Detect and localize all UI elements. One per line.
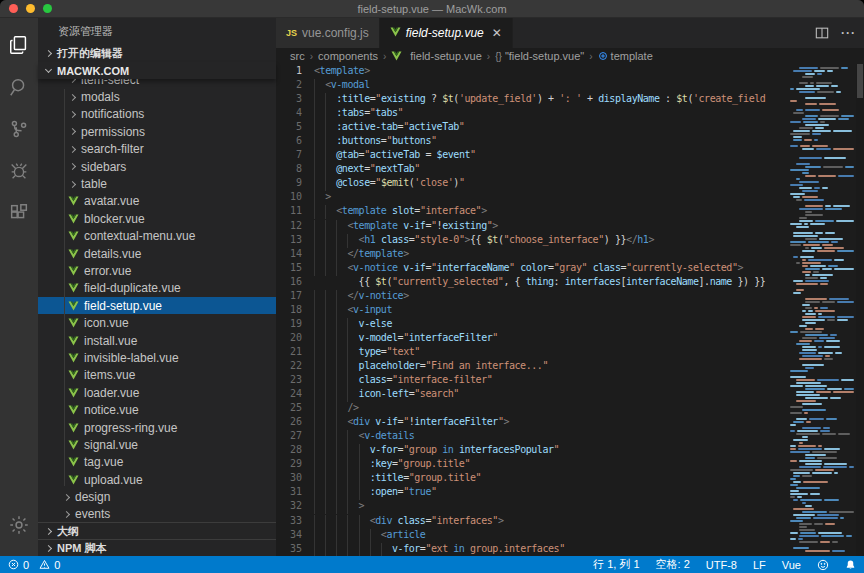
breadcrumb-components[interactable]: components bbox=[318, 50, 378, 62]
tree-file-contextual-menu.vue[interactable]: contextual-menu.vue bbox=[38, 228, 276, 245]
breadcrumb-src[interactable]: src bbox=[290, 50, 305, 62]
tree-folder-table[interactable]: table bbox=[38, 175, 276, 192]
close-icon[interactable]: ✕ bbox=[492, 27, 502, 39]
line-content: placeholder="Find an interface..." bbox=[306, 360, 548, 374]
open-editors-section[interactable]: 打开的编辑器 bbox=[38, 44, 276, 62]
tree-file-install.vue[interactable]: install.vue bbox=[38, 332, 276, 349]
code-line-6[interactable]: 6:buttons="buttons" bbox=[276, 135, 786, 149]
code-line-5[interactable]: 5:active-tab="activeTab" bbox=[276, 121, 786, 135]
code-line-19[interactable]: 19v-else bbox=[276, 318, 786, 332]
scrollbar-thumb[interactable] bbox=[857, 64, 863, 98]
split-editor-icon[interactable] bbox=[815, 26, 829, 40]
code-line-14[interactable]: 14</template> bbox=[276, 248, 786, 262]
code-line-7[interactable]: 7@tab="activeTab = $event" bbox=[276, 149, 786, 163]
outline-section[interactable]: 大纲 bbox=[38, 522, 276, 539]
code-line-31[interactable]: 31:open="true" bbox=[276, 486, 786, 500]
code-line-12[interactable]: 12<template v-if="!existing"> bbox=[276, 220, 786, 234]
code-line-30[interactable]: 30:title="group.title" bbox=[276, 472, 786, 486]
tree-file-signal.vue[interactable]: signal.vue bbox=[38, 436, 276, 453]
code-line-9[interactable]: 9@close="$emit('close')" bbox=[276, 177, 786, 191]
tree-file-notice.vue[interactable]: notice.vue bbox=[38, 401, 276, 418]
code-line-25[interactable]: 25/> bbox=[276, 402, 786, 416]
cursor-position[interactable]: 行 1, 列 1 bbox=[593, 557, 639, 572]
tree-file-field-duplicate.vue[interactable]: field-duplicate.vue bbox=[38, 280, 276, 297]
tree-file-invisible-label.vue[interactable]: invisible-label.vue bbox=[38, 349, 276, 366]
code-line-11[interactable]: 11<template slot="interface"> bbox=[276, 205, 786, 219]
tree-folder-permissions[interactable]: permissions bbox=[38, 123, 276, 140]
extensions-icon[interactable] bbox=[0, 192, 38, 234]
tree-file-avatar.vue[interactable]: avatar.vue bbox=[38, 193, 276, 210]
code-line-34[interactable]: 34<article bbox=[276, 529, 786, 543]
code-line-4[interactable]: 4:tabs="tabs" bbox=[276, 107, 786, 121]
code-line-8[interactable]: 8@next="nextTab" bbox=[276, 163, 786, 177]
code-editor[interactable]: 1<template>2<v-modal3:title="existing ? … bbox=[276, 64, 786, 556]
explorer-icon[interactable] bbox=[0, 24, 38, 66]
code-line-28[interactable]: 28v-for="group in interfacesPopular" bbox=[276, 444, 786, 458]
code-line-22[interactable]: 22placeholder="Find an interface..." bbox=[276, 360, 786, 374]
tree-file-items.vue[interactable]: items.vue bbox=[38, 367, 276, 384]
tree-file-progress-ring.vue[interactable]: progress-ring.vue bbox=[38, 419, 276, 436]
indentation[interactable]: 空格: 2 bbox=[656, 557, 690, 572]
code-line-21[interactable]: 21type="text" bbox=[276, 346, 786, 360]
debug-icon[interactable] bbox=[0, 150, 38, 192]
breadcrumb-template[interactable]: template bbox=[598, 50, 653, 62]
tree-file-details.vue[interactable]: details.vue bbox=[38, 245, 276, 262]
problems-errors[interactable]: 0 bbox=[8, 559, 29, 571]
breadcrumb-field-setup.vue[interactable]: {}"field-setup.vue" bbox=[495, 50, 584, 62]
tree-file-upload.vue[interactable]: upload.vue bbox=[38, 471, 276, 488]
tree-folder-notifications[interactable]: notifications bbox=[38, 106, 276, 123]
feedback-smiley-icon[interactable] bbox=[817, 559, 829, 571]
tree-folder-sidebars[interactable]: sidebars bbox=[38, 158, 276, 175]
problems-warnings[interactable]: 0 bbox=[39, 559, 60, 571]
code-line-3[interactable]: 3:title="existing ? $t('update_field') +… bbox=[276, 93, 786, 107]
code-line-10[interactable]: 10> bbox=[276, 191, 786, 205]
tree-file-tag.vue[interactable]: tag.vue bbox=[38, 454, 276, 471]
source-control-icon[interactable] bbox=[0, 108, 38, 150]
more-actions-icon[interactable]: ··· bbox=[841, 26, 856, 40]
tree-folder-events[interactable]: events bbox=[38, 506, 276, 522]
minimize-window-button[interactable] bbox=[26, 4, 35, 13]
code-line-16[interactable]: 16 {{ $t("currently_selected", { thing: … bbox=[276, 276, 786, 290]
minimap[interactable] bbox=[786, 64, 856, 556]
tree-folder-design[interactable]: design bbox=[38, 488, 276, 505]
tree-folder-item-select[interactable]: item-select bbox=[38, 79, 276, 88]
gear-icon[interactable] bbox=[0, 504, 38, 546]
code-line-20[interactable]: 20v-model="interfaceFilter" bbox=[276, 332, 786, 346]
code-line-23[interactable]: 23class="interface-filter" bbox=[276, 374, 786, 388]
tree-file-blocker.vue[interactable]: blocker.vue bbox=[38, 210, 276, 227]
code-line-1[interactable]: 1<template> bbox=[276, 65, 786, 79]
tab-vue-config-js[interactable]: JS vue.config.js bbox=[276, 18, 380, 48]
code-line-2[interactable]: 2<v-modal bbox=[276, 79, 786, 93]
code-line-17[interactable]: 17</v-notice> bbox=[276, 290, 786, 304]
close-window-button[interactable] bbox=[9, 4, 18, 13]
tree-file-loader.vue[interactable]: loader.vue bbox=[38, 384, 276, 401]
code-line-33[interactable]: 33<div class="interfaces"> bbox=[276, 515, 786, 529]
npm-scripts-section[interactable]: NPM 脚本 bbox=[38, 539, 276, 556]
eol-sequence[interactable]: LF bbox=[753, 559, 766, 571]
breadcrumb-field-setup.vue[interactable]: field-setup.vue bbox=[391, 50, 482, 62]
tree-file-error.vue[interactable]: error.vue bbox=[38, 262, 276, 279]
code-line-24[interactable]: 24icon-left="search" bbox=[276, 388, 786, 402]
tab-field-setup-vue[interactable]: field-setup.vue ✕ bbox=[380, 18, 513, 48]
tree-file-field-setup.vue[interactable]: field-setup.vue bbox=[38, 297, 276, 314]
editor-scrollbar[interactable] bbox=[856, 64, 864, 556]
code-line-32[interactable]: 32> bbox=[276, 500, 786, 514]
code-line-26[interactable]: 26<div v-if="!interfaceFilter"> bbox=[276, 416, 786, 430]
code-line-35[interactable]: 35v-for="ext in group.interfaces" bbox=[276, 543, 786, 556]
chevron-right-icon bbox=[69, 94, 76, 101]
code-line-15[interactable]: 15<v-notice v-if="interfaceName" color="… bbox=[276, 262, 786, 276]
tree-file-icon.vue[interactable]: icon.vue bbox=[38, 314, 276, 331]
tree-folder-modals[interactable]: modals bbox=[38, 88, 276, 105]
code-line-18[interactable]: 18<v-input bbox=[276, 304, 786, 318]
workspace-root[interactable]: MACWK.COM bbox=[38, 62, 276, 79]
line-content: {{ $t("currently_selected", { thing: int… bbox=[306, 276, 765, 290]
notifications-bell-icon[interactable] bbox=[845, 559, 856, 571]
language-mode[interactable]: Vue bbox=[782, 559, 801, 571]
encoding[interactable]: UTF-8 bbox=[706, 559, 737, 571]
code-line-13[interactable]: 13<h1 class="style-0">{{ $t("choose_inte… bbox=[276, 234, 786, 248]
search-icon[interactable] bbox=[0, 66, 38, 108]
tree-folder-search-filter[interactable]: search-filter bbox=[38, 141, 276, 158]
zoom-window-button[interactable] bbox=[43, 4, 52, 13]
code-line-29[interactable]: 29:key="group.title" bbox=[276, 458, 786, 472]
code-line-27[interactable]: 27<v-details bbox=[276, 430, 786, 444]
